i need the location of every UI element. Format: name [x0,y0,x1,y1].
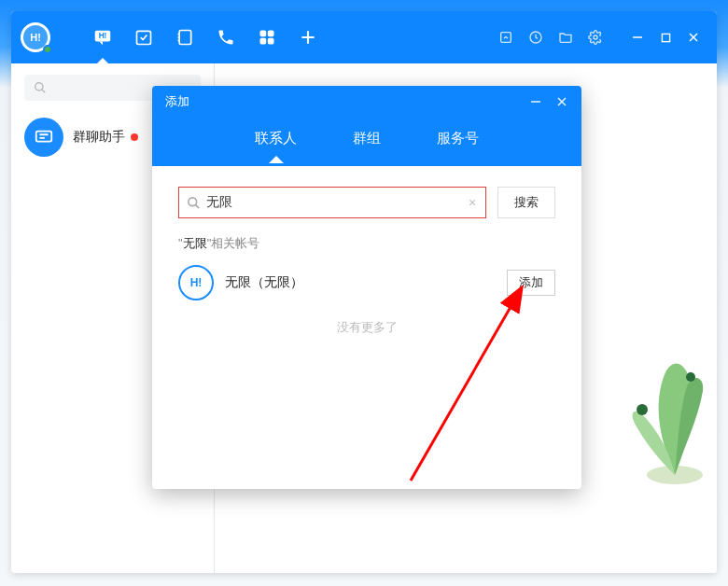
tab-chat[interactable]: H! [82,11,123,63]
dialog-close-button[interactable] [550,90,574,114]
svg-text:H!: H! [99,32,107,40]
decorative-plant [586,321,707,489]
toolbar-right [493,24,707,50]
svg-point-31 [189,197,197,205]
folder-icon-btn[interactable] [553,24,579,50]
dialog-minimize-button[interactable] [524,90,548,114]
svg-rect-9 [260,38,267,45]
tab-address-book[interactable] [164,11,205,63]
address-book-icon [175,28,194,47]
tab-phone[interactable] [205,11,246,63]
search-icon [34,81,47,94]
close-button[interactable] [679,24,707,50]
svg-rect-22 [36,132,52,142]
minimize-button[interactable] [623,24,651,50]
no-more-text: 没有更多了 [178,319,555,336]
result-hint: "无限"相关帐号 [178,235,555,252]
hint-suffix: 相关帐号 [211,236,259,250]
svg-rect-10 [268,38,274,45]
svg-point-26 [637,404,648,415]
svg-rect-8 [268,31,274,37]
tab-service[interactable]: 服务号 [433,122,483,162]
folder-icon [558,30,573,45]
svg-rect-3 [179,31,191,45]
svg-rect-17 [662,34,669,41]
chat-title: 群聊助手 [73,129,138,146]
dialog-tabs: 联系人 群组 服务号 [152,118,581,166]
dialog-title-row: 添加 [152,86,581,118]
svg-point-20 [35,83,43,91]
close-icon [688,32,699,43]
dialog-search-input[interactable] [206,195,459,210]
apps-grid-icon [258,28,276,47]
svg-line-21 [42,90,46,93]
dialog-body: × 搜索 "无限"相关帐号 H! 无限（无限） 添加 没有更多了 [152,166,581,489]
clock-icon [528,30,543,45]
history-icon[interactable] [523,24,549,50]
settings-icon-btn[interactable] [582,24,609,50]
status-online-dot [43,45,52,54]
svg-point-25 [647,466,703,484]
phone-icon [217,28,235,47]
toolbar-left: H! H! [21,11,329,63]
window-controls [623,24,707,50]
result-row: H! 无限（无限） 添加 [178,265,555,300]
clear-search-button[interactable]: × [465,195,480,210]
maximize-button[interactable] [651,24,679,50]
svg-line-32 [195,204,199,208]
dialog-title: 添加 [165,93,189,110]
plus-icon [299,28,317,47]
add-dialog: 添加 联系人 群组 服务号 × 搜索 "无 [152,86,581,489]
dialog-controls [524,90,574,114]
unread-dot [131,133,138,141]
profile-avatar[interactable]: H! [21,22,50,52]
calendar-check-icon [134,28,153,47]
gear-icon [588,30,603,45]
screenshot-icon[interactable] [493,24,519,50]
dialog-search-wrap: × [178,187,486,218]
hint-query: 无限 [183,236,207,250]
chat-outline-icon [34,127,54,147]
minimize-icon [632,32,643,43]
tab-group[interactable]: 群组 [349,122,385,162]
dialog-search-row: × 搜索 [178,187,555,218]
dialog-header: 添加 联系人 群组 服务号 [152,86,581,166]
toolbar-tabs: H! [82,11,329,63]
maximize-icon [661,33,671,43]
chat-avatar [24,118,63,157]
toolbar: H! H! [11,11,717,63]
close-icon [556,96,567,107]
capture-icon [498,30,513,45]
svg-point-27 [686,372,695,382]
tab-contact[interactable]: 联系人 [251,122,301,162]
tab-calendar[interactable] [123,11,164,63]
search-button[interactable]: 搜索 [497,187,555,218]
result-name: 无限（无限） [225,274,496,291]
chat-title-text: 群聊助手 [73,129,125,146]
search-icon [187,196,201,210]
svg-rect-7 [260,31,267,37]
chat-bubble-icon: H! [92,27,113,48]
svg-point-15 [594,35,597,39]
tab-add[interactable] [287,11,329,63]
result-avatar: H! [178,265,214,300]
tab-apps[interactable] [246,11,287,63]
add-button[interactable]: 添加 [507,270,555,296]
minimize-icon [530,96,541,107]
